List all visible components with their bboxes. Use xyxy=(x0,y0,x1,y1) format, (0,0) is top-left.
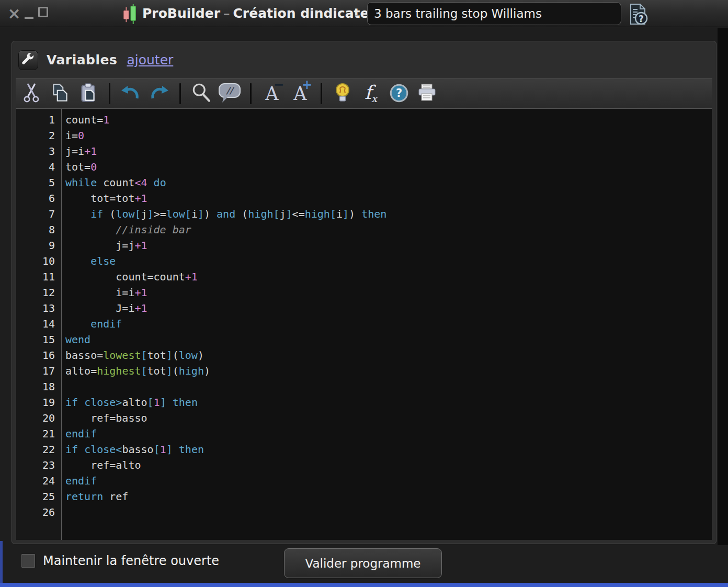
code-line[interactable]: 24endif xyxy=(16,473,712,489)
code-line[interactable]: 16basso=lowest[tot](low) xyxy=(16,347,712,363)
indicator-name-input[interactable] xyxy=(367,2,621,25)
keep-window-open-checkbox[interactable] xyxy=(21,554,36,568)
line-number: 24 xyxy=(16,473,61,489)
line-number: 25 xyxy=(16,489,61,504)
cut-button[interactable] xyxy=(19,81,45,107)
validate-program-button[interactable]: Valider programme xyxy=(284,548,442,578)
scissors-icon xyxy=(21,82,43,106)
code-lines: 1count=12i=03j=i+14tot=05while count<4 d… xyxy=(16,109,712,520)
indicator-doc-help-icon[interactable]: ? xyxy=(627,3,650,26)
toolbar-separator xyxy=(250,83,252,104)
code-line[interactable]: 14 endif xyxy=(16,316,712,332)
code-line[interactable]: 15wend xyxy=(16,332,712,347)
code-line[interactable]: 11 count=count+1 xyxy=(16,269,712,285)
code-line[interactable]: 6 tot=tot+1 xyxy=(16,190,712,206)
search-button[interactable] xyxy=(188,81,214,107)
code-line[interactable]: 10 else xyxy=(16,253,712,269)
title-bar: × ProBuilder–Création dindicateur – xyxy=(0,0,728,27)
line-number: 18 xyxy=(16,379,61,394)
hint-button[interactable] xyxy=(329,81,356,107)
code-line[interactable]: 9 j=j+1 xyxy=(16,238,712,253)
code-line[interactable]: 18 xyxy=(16,379,712,394)
font-increase-button[interactable]: A + xyxy=(287,81,313,107)
code-text: i=0 xyxy=(61,128,84,143)
code-line[interactable]: 7 if (low[j]>=low[i]) and (high[j]<=high… xyxy=(16,206,712,222)
font-decrease-button[interactable]: A − xyxy=(259,81,285,107)
close-button[interactable]: × xyxy=(7,3,21,24)
code-line[interactable]: 8 //inside bar xyxy=(16,222,712,238)
line-number: 11 xyxy=(16,269,61,285)
code-line[interactable]: 17alto=highest[tot](high) xyxy=(16,363,712,379)
maximize-button[interactable] xyxy=(38,7,48,17)
window-right-edge xyxy=(718,28,728,545)
line-number: 22 xyxy=(16,442,61,457)
code-line[interactable]: 12 i=i+1 xyxy=(16,285,712,300)
code-line[interactable]: 23 ref=alto xyxy=(16,457,712,473)
code-text: tot=tot+1 xyxy=(61,190,147,206)
line-number: 10 xyxy=(16,253,61,269)
line-number: 6 xyxy=(16,190,61,206)
code-text: alto=highest[tot](high) xyxy=(61,363,210,379)
redo-button[interactable] xyxy=(146,81,172,107)
code-text: count=count+1 xyxy=(61,269,198,285)
keep-window-open-label: Maintenir la fenêtre ouverte xyxy=(43,554,219,568)
wrench-icon xyxy=(21,52,36,69)
code-line[interactable]: 1count=1 xyxy=(16,112,712,128)
line-number: 23 xyxy=(16,457,61,473)
comment-button[interactable]: // xyxy=(217,81,243,107)
candlestick-logo-icon xyxy=(121,4,140,24)
add-variable-link[interactable]: ajouter xyxy=(127,52,173,67)
line-number: 4 xyxy=(16,159,61,175)
undo-icon xyxy=(120,83,141,105)
line-number: 15 xyxy=(16,332,61,347)
line-number: 17 xyxy=(16,363,61,379)
line-number: 20 xyxy=(16,410,61,426)
line-number: 2 xyxy=(16,128,61,143)
code-text: //inside bar xyxy=(61,222,191,238)
code-line[interactable]: 2i=0 xyxy=(16,128,712,143)
code-text xyxy=(61,504,65,520)
code-text: while count<4 do xyxy=(61,175,166,190)
code-line[interactable]: 26 xyxy=(16,504,712,520)
line-number: 12 xyxy=(16,285,61,300)
code-line[interactable]: 20 ref=basso xyxy=(16,410,712,426)
line-number: 8 xyxy=(16,222,61,238)
variables-settings-button[interactable] xyxy=(18,50,38,70)
svg-text:?: ? xyxy=(396,87,402,99)
copy-icon xyxy=(49,82,71,106)
code-text: if close>alto[1] then xyxy=(61,394,198,410)
code-line[interactable]: 4tot=0 xyxy=(16,159,712,175)
variables-bar: Variables ajouter xyxy=(12,41,716,78)
code-line[interactable]: 3j=i+1 xyxy=(16,143,712,159)
printer-icon xyxy=(416,83,439,105)
code-line[interactable]: 19if close>alto[1] then xyxy=(16,394,712,410)
print-button[interactable] xyxy=(414,81,440,107)
code-text: i=i+1 xyxy=(61,285,147,300)
search-icon xyxy=(190,82,212,106)
window-title: ProBuilder–Création dindicateur xyxy=(142,0,385,27)
help-button[interactable]: ? xyxy=(386,81,412,107)
copy-button[interactable] xyxy=(47,81,73,107)
line-number: 19 xyxy=(16,394,61,410)
comment-bubble-icon: // xyxy=(218,82,242,106)
line-number: 16 xyxy=(16,347,61,363)
function-button[interactable]: fx xyxy=(358,81,384,107)
line-number: 3 xyxy=(16,143,61,159)
code-text: if (low[j]>=low[i]) and (high[j]<=high[i… xyxy=(61,206,386,222)
code-line[interactable]: 5while count<4 do xyxy=(16,175,712,190)
code-line[interactable]: 13 J=i+1 xyxy=(16,300,712,316)
code-text: count=1 xyxy=(61,112,109,128)
paste-button[interactable] xyxy=(75,81,101,107)
minimize-button[interactable] xyxy=(25,17,33,19)
code-text: basso=lowest[tot](low) xyxy=(61,347,204,363)
code-editor[interactable]: 1count=12i=03j=i+14tot=05while count<4 d… xyxy=(16,109,712,540)
code-text: endif xyxy=(61,473,97,489)
code-text: ref=alto xyxy=(61,457,141,473)
undo-button[interactable] xyxy=(118,81,144,107)
code-line[interactable]: 21endif xyxy=(16,426,712,442)
background-left-strip xyxy=(0,541,3,587)
code-line[interactable]: 22if close<basso[1] then xyxy=(16,442,712,457)
code-line[interactable]: 25return ref xyxy=(16,489,712,504)
code-text: return ref xyxy=(61,489,128,504)
code-text: endif xyxy=(61,316,122,332)
